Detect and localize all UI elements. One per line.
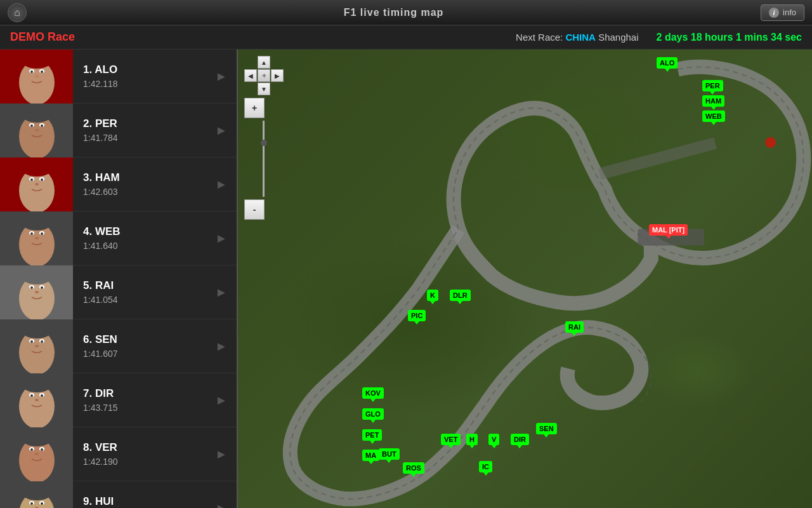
driver-name: 4. WEB bbox=[83, 225, 210, 238]
svg-point-80 bbox=[23, 488, 51, 500]
map-nav-cross: ▲ ◀ ✛ ▶ ▼ bbox=[244, 56, 282, 94]
driver-chevron-icon[interactable]: ► bbox=[210, 65, 233, 88]
main-content: 1. ALO1:42.118► 2. PER1:41.784► 3. HAM1:… bbox=[0, 50, 812, 508]
driver-chevron-icon[interactable]: ► bbox=[210, 335, 233, 358]
driver-row[interactable]: 4. WEB1:41.640► bbox=[0, 211, 237, 265]
zoom-out-button[interactable]: - bbox=[244, 199, 265, 220]
driver-row[interactable]: 5. RAI1:41.054► bbox=[0, 265, 237, 319]
map-nav-left[interactable]: ◀ bbox=[244, 69, 257, 82]
demo-label: DEMO Race bbox=[10, 30, 75, 44]
map-label-WEB[interactable]: WEB bbox=[702, 110, 725, 122]
svg-point-62 bbox=[23, 380, 51, 392]
driver-time: 1:41.640 bbox=[83, 241, 210, 251]
driver-chevron-icon[interactable]: ► bbox=[210, 119, 233, 142]
map-label-MA[interactable]: MA bbox=[362, 450, 379, 461]
map-label-PIC[interactable]: PIC bbox=[408, 310, 426, 321]
map-label-MAL-PIT[interactable]: MAL [PIT] bbox=[649, 224, 688, 236]
svg-point-53 bbox=[23, 326, 51, 338]
svg-point-60 bbox=[41, 394, 43, 397]
driver-name: 6. SEN bbox=[83, 333, 210, 346]
top-bar: ⌂ F1 live timing map i info bbox=[0, 0, 812, 25]
map-label-PET[interactable]: PET bbox=[362, 429, 382, 441]
map-label-SEN2[interactable]: SEN bbox=[536, 423, 557, 434]
svg-point-41 bbox=[30, 286, 33, 289]
driver-row[interactable]: 9. HUI1:41.900► bbox=[0, 481, 237, 508]
driver-row[interactable]: 3. HAM1:42.603► bbox=[0, 157, 237, 211]
driver-row[interactable]: 6. SEN1:41.607► bbox=[0, 319, 237, 373]
driver-chevron-icon[interactable]: ► bbox=[210, 389, 233, 411]
svg-point-15 bbox=[41, 124, 43, 127]
map-label-H[interactable]: H bbox=[466, 434, 478, 445]
svg-point-50 bbox=[30, 340, 33, 343]
driver-info: 7. DIR1:43.715 bbox=[73, 387, 210, 413]
driver-avatar bbox=[0, 373, 73, 427]
countdown-timer: 2 days 18 hours 1 mins 34 sec bbox=[657, 32, 802, 43]
driver-row[interactable]: 7. DIR1:43.715► bbox=[0, 373, 237, 427]
driver-name: 5. RAI bbox=[83, 279, 210, 292]
next-race-prefix: Next Race: bbox=[516, 32, 563, 43]
driver-info: 6. SEN1:41.607 bbox=[73, 333, 210, 359]
driver-row[interactable]: 1. ALO1:42.118► bbox=[0, 50, 237, 104]
driver-info: 4. WEB1:41.640 bbox=[73, 225, 210, 251]
driver-chevron-icon[interactable]: ► bbox=[210, 227, 233, 250]
map-nav-up[interactable]: ▲ bbox=[258, 56, 270, 69]
driver-avatar bbox=[0, 319, 73, 373]
map-label-IC[interactable]: IC bbox=[479, 461, 492, 472]
map-nav-down[interactable]: ▼ bbox=[258, 83, 270, 95]
svg-point-51 bbox=[41, 340, 43, 343]
map-label-DLR[interactable]: DLR bbox=[450, 290, 471, 301]
map-label-BUT[interactable]: BUT bbox=[379, 448, 400, 460]
zoom-controls: + - bbox=[244, 98, 282, 220]
driver-time: 1:42.190 bbox=[83, 457, 210, 467]
driver-name: 2. PER bbox=[83, 117, 210, 130]
zoom-slider[interactable] bbox=[261, 140, 267, 146]
driver-avatar bbox=[0, 211, 73, 265]
svg-point-8 bbox=[23, 56, 51, 69]
map-nav-right[interactable]: ▶ bbox=[271, 69, 284, 82]
driver-row[interactable]: 8. VER1:42.190► bbox=[0, 427, 237, 481]
svg-point-33 bbox=[41, 232, 43, 235]
map-label-PER[interactable]: PER bbox=[702, 80, 723, 91]
svg-point-71 bbox=[23, 434, 51, 446]
driver-avatar bbox=[0, 427, 73, 481]
driver-time: 1:41.607 bbox=[83, 349, 210, 359]
svg-point-44 bbox=[23, 272, 51, 284]
home-button[interactable]: ⌂ bbox=[8, 3, 27, 22]
map-label-DIR2[interactable]: DIR bbox=[511, 434, 529, 445]
info-button[interactable]: i info bbox=[761, 4, 804, 21]
map-label-KOV[interactable]: KOV bbox=[362, 387, 384, 399]
driver-chevron-icon[interactable]: ► bbox=[210, 281, 233, 304]
map-label-V[interactable]: V bbox=[488, 434, 499, 445]
zoom-in-button[interactable]: + bbox=[244, 98, 265, 118]
map-label-K[interactable]: K bbox=[427, 290, 438, 301]
driver-time: 1:43.715 bbox=[83, 403, 210, 413]
map-controls: ▲ ◀ ✛ ▶ ▼ + - bbox=[244, 56, 282, 220]
map-label-VET[interactable]: VET bbox=[441, 434, 461, 445]
svg-point-34 bbox=[35, 237, 39, 239]
sub-bar: DEMO Race Next Race: CHINA Shanghai 2 da… bbox=[0, 25, 812, 50]
driver-row[interactable]: 2. PER1:41.784► bbox=[0, 104, 237, 157]
driver-name: 8. VER bbox=[83, 441, 210, 454]
map-label-HAM[interactable]: HAM bbox=[702, 95, 724, 107]
driver-avatar bbox=[0, 50, 73, 104]
map-nav-center[interactable]: ✛ bbox=[258, 69, 270, 82]
zoom-bar bbox=[263, 121, 265, 197]
map-label-ROS[interactable]: ROS bbox=[403, 462, 424, 474]
driver-chevron-icon[interactable]: ► bbox=[210, 173, 233, 196]
info-icon: i bbox=[769, 8, 779, 18]
next-race-info: Next Race: CHINA Shanghai bbox=[516, 32, 638, 43]
map-label-RAI[interactable]: RAI bbox=[565, 321, 584, 333]
driver-name: 9. HUI bbox=[83, 495, 210, 508]
driver-info: 3. HAM1:42.603 bbox=[73, 171, 210, 197]
map-label-GLO[interactable]: GLO bbox=[362, 408, 384, 420]
svg-point-59 bbox=[30, 394, 33, 397]
svg-point-25 bbox=[35, 183, 39, 185]
driver-info: 2. PER1:41.784 bbox=[73, 117, 210, 143]
svg-point-14 bbox=[30, 124, 33, 127]
driver-sidebar[interactable]: 1. ALO1:42.118► 2. PER1:41.784► 3. HAM1:… bbox=[0, 50, 238, 508]
svg-point-16 bbox=[35, 129, 39, 131]
driver-chevron-icon[interactable]: ► bbox=[210, 443, 233, 465]
map-container[interactable]: ▲ ◀ ✛ ▶ ▼ + - ALOPERHAMWEBMAL [PIT]DLRKP… bbox=[238, 50, 812, 508]
driver-chevron-icon[interactable]: ► bbox=[210, 497, 233, 508]
map-label-ALO[interactable]: ALO bbox=[657, 57, 678, 69]
